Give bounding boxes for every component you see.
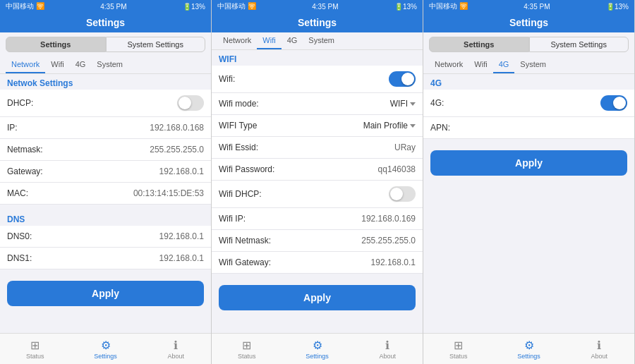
- header-title-3: Settings: [423, 13, 634, 32]
- gear-icon-2: ⚙: [313, 339, 322, 352]
- battery-2: 🔋13%: [394, 3, 417, 11]
- battery-3: 🔋13%: [606, 3, 629, 11]
- segment-control-3: Settings System Settings: [423, 32, 634, 56]
- nav-status-1[interactable]: ⊞ Status: [0, 334, 71, 364]
- label-mac: MAC:: [7, 188, 28, 198]
- nav-label-settings-2: Settings: [306, 353, 329, 360]
- row-dhcp: DHCP:: [0, 90, 211, 117]
- value-wifi-netmask: 255.255.255.0: [361, 236, 416, 245]
- apply-button-2[interactable]: Apply: [219, 285, 416, 310]
- nav-about-2[interactable]: ℹ About: [352, 334, 423, 364]
- nav-settings-3[interactable]: ⚙ Settings: [494, 334, 564, 364]
- subtab-wifi-3[interactable]: Wifi: [468, 56, 492, 73]
- header-title-2: Settings: [212, 13, 423, 32]
- subtab-network-3[interactable]: Network: [429, 56, 468, 73]
- toggle-knob-wifi-dhcp: [390, 188, 403, 200]
- label-wifi-dhcp: Wifi DHCP:: [219, 189, 262, 199]
- subtab-system-1[interactable]: System: [91, 56, 128, 73]
- nav-about-3[interactable]: ℹ About: [564, 334, 634, 364]
- toggle-wifi[interactable]: [389, 71, 416, 87]
- subtab-4g-3[interactable]: 4G: [493, 56, 515, 73]
- apply-button-1[interactable]: Apply: [7, 281, 204, 306]
- status-bar-right-1: 🔋13%: [183, 3, 205, 11]
- info-icon-2: ℹ: [385, 339, 389, 352]
- value-wifi-type[interactable]: Main Profile: [363, 121, 416, 131]
- toggle-wifi-dhcp[interactable]: [389, 186, 416, 202]
- dropdown-arrow-mode: [410, 102, 416, 106]
- wifi-mode-text: WIFI: [390, 99, 408, 109]
- label-wifi-gateway: Wifi Gateway:: [219, 257, 271, 267]
- segment-settings-1[interactable]: Settings: [6, 37, 106, 52]
- info-icon-3: ℹ: [597, 339, 601, 352]
- row-dns1: DNS1: 192.168.0.1: [0, 248, 211, 269]
- dropdown-arrow-type: [410, 124, 416, 128]
- label-wifi-ip: Wifi IP:: [219, 214, 246, 224]
- gear-icon-1: ⚙: [101, 339, 111, 352]
- sub-tabs-1: Network Wifi 4G System: [0, 56, 211, 74]
- subtab-4g-1[interactable]: 4G: [70, 56, 92, 73]
- nav-label-about-2: About: [379, 353, 396, 360]
- home-icon-3: ⊞: [454, 339, 463, 352]
- value-mac: 00:13:14:15:DE:53: [133, 188, 204, 198]
- subtab-4g-2[interactable]: 4G: [282, 32, 303, 49]
- nav-about-1[interactable]: ℹ About: [140, 334, 211, 364]
- nav-settings-2[interactable]: ⚙ Settings: [282, 334, 353, 364]
- carrier-signal-2: 中国移动 🛜: [217, 1, 256, 11]
- time-3: 4:35 PM: [524, 3, 550, 11]
- battery-1: 🔋13%: [183, 3, 205, 11]
- subtab-wifi-1[interactable]: Wifi: [45, 56, 69, 73]
- nav-settings-1[interactable]: ⚙ Settings: [71, 334, 141, 364]
- home-icon-2: ⊞: [242, 339, 251, 352]
- subtab-system-3[interactable]: System: [514, 56, 552, 73]
- divider-2: [0, 269, 211, 275]
- subtab-network-1[interactable]: Network: [6, 56, 45, 73]
- row-gateway: Gateway: 192.168.0.1: [0, 161, 211, 183]
- label-ip: IP:: [7, 123, 18, 133]
- panel-4g: 中国移动 🛜 4:35 PM 🔋13% Settings Settings Sy…: [423, 0, 635, 364]
- subtab-wifi-2[interactable]: Wifi: [257, 32, 281, 49]
- value-ip: 192.168.0.168: [150, 123, 204, 133]
- wifi-type-text: Main Profile: [363, 121, 408, 131]
- subtab-system-2[interactable]: System: [303, 32, 340, 49]
- content-2: WIFI Wifi: Wifi mode: WIFI WIFI Type Mai…: [212, 50, 423, 333]
- value-wifi-essid: URay: [394, 142, 416, 152]
- segment-system-settings-3[interactable]: System Settings: [529, 37, 629, 52]
- label-wifi-password: Wifi Password:: [219, 164, 274, 174]
- content-3: 4G 4G: APN: Apply: [423, 74, 634, 333]
- section-title-wifi: WIFI: [212, 50, 423, 66]
- toggle-4g[interactable]: [600, 95, 627, 111]
- nav-label-status-3: Status: [449, 353, 468, 360]
- info-icon-1: ℹ: [174, 339, 178, 352]
- panel-wifi: 中国移动 🛜 4:35 PM 🔋13% Settings Network Wif…: [212, 0, 423, 364]
- label-dns0: DNS0:: [7, 231, 32, 241]
- status-bar-left-2: 中国移动 🛜: [217, 1, 256, 11]
- label-apn: APN:: [430, 123, 450, 133]
- value-gateway: 192.168.0.1: [159, 166, 204, 176]
- segment-system-settings-1[interactable]: System Settings: [106, 37, 206, 52]
- subtab-network-2[interactable]: Network: [217, 32, 257, 49]
- status-bar-3: 中国移动 🛜 4:35 PM 🔋13%: [423, 0, 634, 13]
- label-wifi-mode: Wifi mode:: [219, 99, 259, 109]
- toggle-dhcp[interactable]: [177, 95, 204, 111]
- nav-status-3[interactable]: ⊞ Status: [423, 334, 494, 364]
- segment-settings-3[interactable]: Settings: [429, 37, 529, 52]
- value-wifi-ip: 192.168.0.169: [361, 214, 416, 224]
- apply-button-3[interactable]: Apply: [430, 150, 627, 176]
- value-wifi-password: qq146038: [378, 164, 416, 174]
- content-1: Netwok Settings DHCP: IP: 192.168.0.168 …: [0, 74, 211, 333]
- status-bar-right-2: 🔋13%: [394, 3, 417, 11]
- label-wifi-toggle: Wifi:: [219, 74, 235, 84]
- panel-network: 中国移动 🛜 4:35 PM 🔋13% Settings Settings Sy…: [0, 0, 212, 364]
- nav-label-status-1: Status: [26, 353, 44, 360]
- header-title-1: Settings: [0, 13, 211, 32]
- nav-status-2[interactable]: ⊞ Status: [212, 334, 282, 364]
- value-wifi-gateway: 192.168.0.1: [371, 257, 416, 267]
- nav-label-settings-3: Settings: [517, 353, 540, 360]
- value-wifi-mode[interactable]: WIFI: [390, 99, 416, 109]
- row-mac: MAC: 00:13:14:15:DE:53: [0, 183, 211, 205]
- bottom-nav-1: ⊞ Status ⚙ Settings ℹ About: [0, 333, 211, 364]
- segment-control-1: Settings System Settings: [0, 32, 211, 56]
- label-gateway: Gateway:: [7, 166, 43, 176]
- time-2: 4:35 PM: [312, 3, 338, 11]
- status-bar-1: 中国移动 🛜 4:35 PM 🔋13%: [0, 0, 211, 13]
